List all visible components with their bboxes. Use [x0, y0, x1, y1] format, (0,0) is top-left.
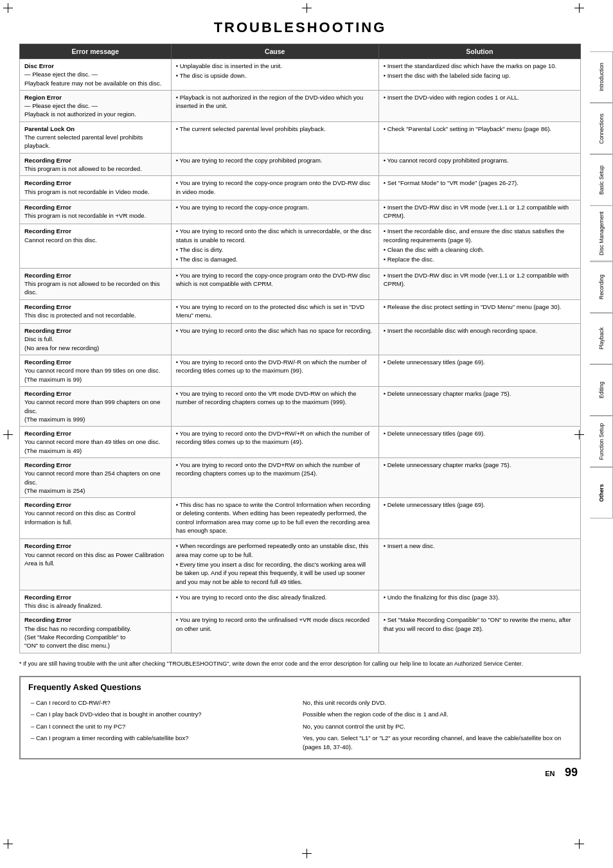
table-row: Parental Lock OnThe current selected par… [20, 121, 581, 153]
page-title: TROUBLESHOOTING [19, 19, 581, 36]
header-error-message: Error message [20, 44, 172, 59]
solution-item: • Insert the DVD-RW disc in VR mode (ver… [384, 271, 576, 288]
side-tab-connections[interactable]: Connections [590, 103, 613, 154]
solution-cell: • Insert the standardized disc which hav… [378, 59, 580, 91]
error-detail: This disc is already finalized. [24, 602, 102, 609]
page-number-area: EN 99 [19, 766, 581, 779]
side-tab-playback[interactable]: Playback [590, 313, 613, 364]
solution-cell: • Insert the DVD-RW disc in VR mode (ver… [378, 268, 580, 299]
cause-item: • The disc is damaged. [176, 255, 374, 263]
faq-table: – Can I record to CD-RW/-R?No, this unit… [28, 697, 572, 753]
solution-item: • Replace the disc. [384, 255, 576, 263]
error-detail: — Please eject the disc. — [24, 71, 98, 78]
error-detail: You cannot record more than 254 chapters… [24, 470, 160, 485]
error-title: Recording Error [24, 593, 166, 601]
table-row: Recording ErrorYou cannot record more th… [20, 386, 581, 426]
error-title: Recording Error [24, 326, 166, 335]
error-detail: This disc is protected and not recordabl… [24, 312, 136, 319]
crop-mark-bl [3, 839, 13, 849]
error-cell: Recording ErrorDisc is full.(No area for… [20, 324, 172, 355]
cause-item: • You are trying to record onto the DVD+… [176, 429, 374, 447]
side-tab-others[interactable]: Others [590, 467, 613, 518]
side-tab-basic-setup[interactable]: Basic Setup [590, 154, 613, 206]
side-tab-function-setup[interactable]: Function Setup [590, 416, 613, 467]
crop-mark-tl [3, 3, 13, 13]
cause-item: • You are trying to record the copy-once… [176, 203, 374, 211]
side-tab-disc-management[interactable]: Disc Management [590, 206, 613, 261]
table-row: Recording ErrorThis program is not allow… [20, 268, 581, 299]
cause-cell: • You are trying to record onto the DVD-… [171, 355, 378, 387]
faq-answer: Possible when the region code of the dis… [300, 709, 572, 720]
solution-cell: • Release the disc protect setting in "D… [378, 299, 580, 324]
table-row: Disc Error— Please eject the disc. —Play… [20, 59, 581, 91]
page-container: Introduction Connections Basic Setup Dis… [0, 0, 613, 868]
error-cell: Recording ErrorThe disc has no recording… [20, 613, 172, 653]
error-title: Recording Error [24, 271, 166, 279]
error-detail: You cannot record more than 49 titles on… [24, 438, 160, 445]
cause-item: • Playback is not authorized in the regi… [176, 93, 374, 111]
side-tab-editing[interactable]: Editing [590, 364, 613, 416]
faq-row: – Can I play back DVD-video that is boug… [28, 709, 572, 720]
table-row: Recording ErrorYou cannot record more th… [20, 457, 581, 497]
solution-item: • Check "Parental Lock" setting in "Play… [384, 125, 576, 133]
solution-cell: • Insert the DVD-RW disc in VR mode (ver… [378, 200, 580, 224]
cause-item: • You are trying to record onto the disc… [176, 326, 374, 335]
table-row: Recording ErrorThis program is not recor… [20, 176, 581, 200]
solution-cell: • Delete unnecessary titles (page 69). [378, 355, 580, 387]
error-title: Region Error [24, 93, 166, 102]
cause-item: • The current selected parental level pr… [176, 125, 374, 133]
error-detail: (The maximum is 254) [24, 487, 85, 494]
solution-cell: • Undo the finalizing for this disc (pag… [378, 590, 580, 613]
faq-section: Frequently Asked Questions – Can I recor… [19, 676, 581, 759]
table-row: Recording ErrorThis disc is protected an… [20, 299, 581, 324]
error-title: Disc Error [24, 62, 166, 70]
error-cell: Recording ErrorYou cannot record more th… [20, 355, 172, 387]
faq-answer: No, this unit records only DVD. [300, 697, 572, 709]
error-title: Recording Error [24, 179, 166, 187]
solution-item: • Insert the DVD-video with region codes… [384, 93, 576, 102]
side-tab-recording[interactable]: Recording [590, 261, 613, 313]
cause-cell: • You are trying to record onto the unfi… [171, 613, 378, 653]
error-title: Parental Lock On [24, 125, 166, 133]
cause-item: • You are trying to record the copy-once… [176, 179, 374, 196]
cause-cell: • Playback is not authorized in the regi… [171, 90, 378, 121]
cause-item: • You are trying to record onto the disc… [176, 593, 374, 601]
error-cell: Recording ErrorThis disc is protected an… [20, 299, 172, 324]
page-number: 99 [565, 766, 578, 779]
solution-cell: • Check "Parental Lock" setting in "Play… [378, 121, 580, 153]
solution-cell: • Insert the DVD-video with region codes… [378, 90, 580, 121]
solution-cell: • Set "Make Recording Compatible" to "ON… [378, 613, 580, 653]
en-label: EN [545, 770, 555, 777]
error-title: Recording Error [24, 616, 166, 624]
solution-item: • Insert the disc with the labeled side … [384, 71, 576, 80]
error-title: Recording Error [24, 156, 166, 164]
error-detail: Disc is full. [24, 335, 53, 342]
cause-cell: • This disc has no space to write the Co… [171, 498, 378, 539]
faq-question: – Can I program a timer recording with c… [28, 732, 300, 754]
cause-item: • The disc is upside down. [176, 71, 374, 80]
solution-cell: • Delete unnecessary chapter marks (page… [378, 386, 580, 426]
solution-item: • Insert the recordable disc, and ensure… [384, 227, 576, 244]
side-tab-introduction[interactable]: Introduction [590, 51, 613, 103]
cause-cell: • You are trying to record the copy-once… [171, 268, 378, 299]
cause-cell: • When recordings are performed repeated… [171, 539, 378, 590]
cause-cell: • The current selected parental level pr… [171, 121, 378, 153]
solution-item: • Delete unnecessary chapter marks (page… [384, 461, 576, 469]
error-detail: The current selected parental level proh… [24, 134, 143, 149]
error-cell: Disc Error— Please eject the disc. —Play… [20, 59, 172, 91]
error-title: Recording Error [24, 203, 166, 211]
error-cell: Recording ErrorThis program is not allow… [20, 153, 172, 176]
cause-cell: • You are trying to record the copy-once… [171, 200, 378, 224]
error-detail: You cannot record more than 999 chapters… [24, 398, 160, 414]
cause-item: • You are trying to record the copy-once… [176, 271, 374, 288]
cause-item: • You are trying to record onto the VR m… [176, 389, 374, 407]
faq-title: Frequently Asked Questions [28, 682, 572, 692]
solution-cell: • You cannot record copy prohibited prog… [378, 153, 580, 176]
error-title: Recording Error [24, 500, 166, 509]
solution-cell: • Delete unnecessary titles (page 69). [378, 498, 580, 539]
error-cell: Region Error— Please eject the disc. —Pl… [20, 90, 172, 121]
table-row: Recording ErrorYou cannot record on this… [20, 539, 581, 590]
table-row: Recording ErrorThe disc has no recording… [20, 613, 581, 653]
cause-cell: • You are trying to record the copy proh… [171, 153, 378, 176]
cause-cell: • You are trying to record onto the DVD+… [171, 457, 378, 497]
